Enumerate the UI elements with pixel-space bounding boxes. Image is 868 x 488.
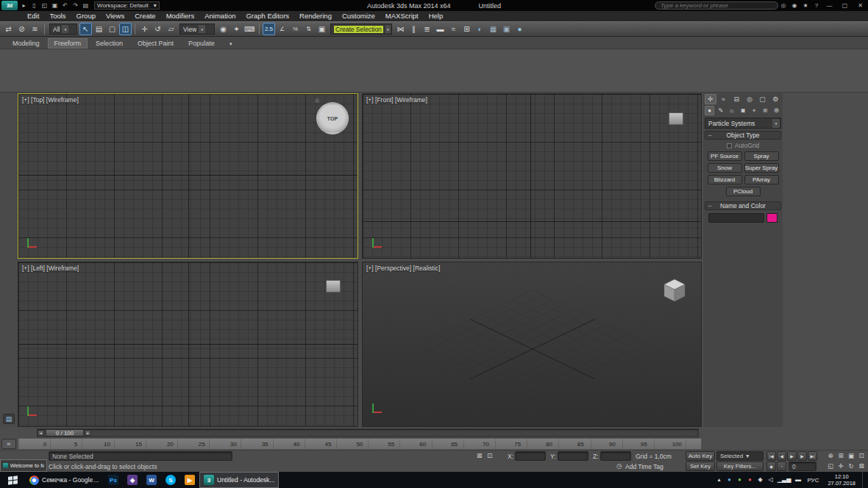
- modify-tab-icon[interactable]: ≈: [718, 94, 730, 104]
- menu-item[interactable]: Graph Editors: [241, 11, 294, 21]
- select-and-scale-icon[interactable]: ▱: [165, 23, 177, 35]
- taskbar-word-button[interactable]: W: [142, 472, 161, 488]
- lights-category-icon[interactable]: ☼: [727, 106, 736, 115]
- named-selection-sets-icon[interactable]: ▣: [316, 23, 328, 35]
- named-selection-sets-dropdown[interactable]: Create Selection Se ▾: [330, 24, 392, 35]
- minimize-button[interactable]: —: [822, 1, 837, 10]
- render-setup-icon[interactable]: ▦: [487, 23, 499, 35]
- tab-modeling[interactable]: Modeling: [6, 38, 46, 49]
- sign-in-icon[interactable]: ◉: [789, 1, 800, 10]
- tab-object-paint[interactable]: Object Paint: [131, 38, 180, 49]
- tray-network-icon[interactable]: ▁▃▅: [778, 476, 791, 484]
- go-to-start-button[interactable]: |◀: [766, 451, 776, 461]
- selection-lock-icon[interactable]: ⊠: [477, 452, 483, 459]
- zoom-extents-all-icon[interactable]: ⊡: [856, 451, 867, 461]
- close-button[interactable]: ✕: [853, 1, 868, 10]
- display-tab-icon[interactable]: ▢: [757, 94, 769, 104]
- object-color-swatch[interactable]: [766, 213, 778, 223]
- tray-shield-icon[interactable]: ●: [736, 476, 743, 484]
- y-coordinate-field[interactable]: [558, 451, 588, 461]
- viewport-front-label[interactable]: [+] [Front] [Wireframe]: [366, 96, 427, 104]
- tray-volume-icon[interactable]: ◁: [767, 476, 774, 484]
- zoom-all-icon[interactable]: ⊞: [836, 451, 846, 461]
- orbit-icon[interactable]: ↻: [846, 461, 856, 471]
- viewcube[interactable]: TOP: [316, 102, 349, 134]
- application-button[interactable]: 3d: [1, 1, 18, 10]
- taskbar-chrome-button[interactable]: Семечка - Google ...: [25, 472, 104, 488]
- maximize-viewport-toggle-icon[interactable]: ⊠: [856, 461, 867, 471]
- show-desktop-button[interactable]: [862, 472, 867, 488]
- object-name-field[interactable]: [708, 213, 764, 223]
- selection-set-key-dropdown[interactable]: Selected ▾: [716, 451, 764, 461]
- selection-filter-dropdown[interactable]: All ▾: [49, 24, 77, 35]
- play-button[interactable]: ▶: [787, 451, 797, 461]
- auto-key-button[interactable]: Auto Key: [686, 451, 715, 461]
- curve-editor-icon[interactable]: ≈: [447, 23, 460, 35]
- menu-item[interactable]: Views: [101, 11, 129, 21]
- autogrid-checkbox[interactable]: [727, 143, 732, 148]
- menu-item[interactable]: Create: [129, 11, 161, 21]
- utilities-tab-icon[interactable]: ⚙: [769, 94, 781, 104]
- viewcube-face-label[interactable]: TOP: [327, 116, 338, 121]
- viewcube-3d[interactable]: [660, 276, 689, 306]
- tray-power-icon[interactable]: ▬: [794, 476, 801, 484]
- next-frame-button[interactable]: ▶: [797, 451, 807, 461]
- rectangular-selection-icon[interactable]: ▢: [106, 23, 118, 35]
- viewport-top-label[interactable]: [+] [Top] [Wireframe]: [22, 96, 79, 104]
- mini-curve-editor-button[interactable]: ≈: [1, 439, 16, 449]
- menu-item[interactable]: Group: [71, 11, 101, 21]
- set-key-button[interactable]: Set Key: [686, 462, 715, 471]
- redo-icon[interactable]: ↷: [71, 1, 80, 10]
- menu-item[interactable]: Help: [424, 11, 449, 21]
- tray-cloud-icon[interactable]: ●: [726, 476, 733, 484]
- save-file-icon[interactable]: ▣: [50, 1, 60, 10]
- go-to-end-button[interactable]: ▶|: [808, 451, 817, 461]
- ribbon-toggle-icon[interactable]: ▬: [434, 23, 447, 35]
- project-folder-icon[interactable]: ▤: [81, 1, 90, 10]
- next-frame-arrow[interactable]: ▸: [85, 430, 91, 436]
- zoom-region-icon[interactable]: ◱: [825, 461, 836, 471]
- object-type-button[interactable]: Super Spray: [744, 163, 779, 173]
- percent-snap-icon[interactable]: %: [289, 23, 302, 35]
- use-pivot-center-icon[interactable]: ◉: [217, 23, 230, 35]
- window-crossing-icon[interactable]: ◫: [119, 23, 132, 35]
- language-indicator[interactable]: РУС: [805, 477, 821, 484]
- object-type-button[interactable]: PCloud: [726, 187, 761, 196]
- keyboard-override-icon[interactable]: ⌨: [243, 23, 256, 35]
- taskbar-app-button[interactable]: ◆: [123, 472, 142, 488]
- viewport-left-label[interactable]: [+] [Left] [Wireframe]: [22, 265, 79, 272]
- select-and-move-icon[interactable]: ✛: [138, 23, 151, 35]
- category-dropdown[interactable]: Particle Systems ▾: [705, 118, 781, 129]
- object-type-button[interactable]: Blizzard: [708, 175, 742, 184]
- tray-app-icon[interactable]: ◆: [757, 476, 764, 484]
- viewport-perspective-label[interactable]: [+] [Perspective] [Realistic]: [366, 265, 440, 272]
- align-icon[interactable]: ∥: [408, 23, 420, 35]
- bind-to-space-warp-icon[interactable]: ≋: [29, 23, 41, 35]
- viewport-layout-tabs-icon[interactable]: ▤: [3, 414, 15, 424]
- material-editor-icon[interactable]: ◐: [474, 23, 486, 35]
- welcome-window-titlebar[interactable]: Welcome to M: [0, 459, 47, 472]
- x-coordinate-field[interactable]: [515, 451, 546, 461]
- track-bar[interactable]: 0510152025303540455055606570758085909510…: [18, 438, 702, 450]
- zoom-icon[interactable]: ⊕: [825, 451, 836, 461]
- workspace-dropdown[interactable]: Workspace: Default ▾: [94, 1, 160, 10]
- taskbar-3dsmax-button[interactable]: 3 Untitled - Autodesk...: [199, 472, 279, 488]
- time-slider-handle[interactable]: 0 / 100: [46, 429, 84, 437]
- menu-item[interactable]: Modifiers: [161, 11, 200, 21]
- zoom-extents-icon[interactable]: ▣: [846, 451, 856, 461]
- menu-item[interactable]: Animation: [199, 11, 241, 21]
- reference-coordinate-dropdown[interactable]: View ▾: [179, 24, 215, 35]
- taskbar-clock[interactable]: 12:10 27.07.2018: [825, 473, 858, 487]
- spinner-snap-icon[interactable]: ⇅: [302, 23, 315, 35]
- viewport-left[interactable]: [+] [Left] [Wireframe]: [18, 262, 358, 427]
- cameras-category-icon[interactable]: ◙: [738, 106, 747, 115]
- viewport-splitter-horizontal[interactable]: [18, 259, 702, 262]
- menu-item[interactable]: Rendering: [294, 11, 337, 21]
- pan-view-icon[interactable]: ✛: [836, 461, 846, 471]
- object-type-button[interactable]: PArray: [744, 175, 779, 184]
- systems-category-icon[interactable]: ⊛: [772, 106, 781, 115]
- unlink-selection-icon[interactable]: ⊘: [15, 23, 28, 35]
- mirror-icon[interactable]: ⋈: [394, 23, 407, 35]
- select-and-link-icon[interactable]: ⇄: [2, 23, 15, 35]
- schematic-view-icon[interactable]: ⊞: [460, 23, 473, 35]
